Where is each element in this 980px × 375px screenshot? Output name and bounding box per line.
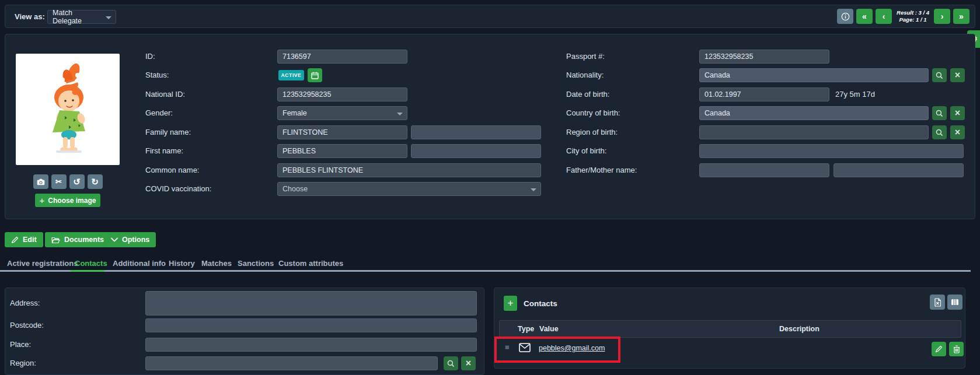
plus-icon: +	[508, 297, 514, 309]
column-header-value: Value	[539, 325, 559, 333]
tab-matches[interactable]: Matches	[201, 259, 232, 268]
dob-field[interactable]	[699, 87, 829, 101]
documents-button-label: Documents	[64, 236, 104, 244]
dob-label: Date of birth:	[566, 87, 609, 101]
family-name-label: Family name:	[145, 125, 191, 139]
rotate-right-icon: ↻	[91, 177, 99, 187]
country-of-birth-field[interactable]	[699, 106, 929, 120]
options-button[interactable]: Options	[104, 232, 156, 247]
family-name-field[interactable]	[277, 125, 407, 139]
nationality-clear-button[interactable]: ×	[950, 68, 965, 82]
common-name-field[interactable]	[277, 163, 541, 177]
id-field[interactable]	[277, 50, 407, 64]
profile-photo	[16, 54, 120, 165]
common-name-label: Common name:	[145, 163, 199, 177]
tab-active-registrations[interactable]: Active registrations	[7, 259, 78, 268]
nationality-field[interactable]	[699, 68, 929, 82]
rotate-left-icon: ↺	[73, 177, 81, 187]
address-field[interactable]	[145, 291, 477, 316]
column-header-description: Description	[779, 325, 819, 333]
age-text: 27y 5m 17d	[835, 87, 875, 101]
edit-contact-button[interactable]	[932, 342, 946, 356]
plus-icon: +	[40, 195, 45, 205]
region-lookup-button[interactable]	[444, 356, 458, 370]
info-icon	[841, 12, 850, 21]
id-label: ID:	[145, 50, 155, 64]
photo-toolbar: ✂ ↺ ↻	[16, 174, 120, 189]
tab-history[interactable]: History	[169, 259, 195, 268]
national-id-field[interactable]	[277, 87, 407, 101]
export-file-button[interactable]	[930, 295, 945, 310]
choose-image-button[interactable]: + Choose image	[35, 194, 100, 207]
search-icon	[936, 110, 943, 117]
gender-select[interactable]: Female	[277, 106, 407, 120]
pencil-icon	[935, 345, 943, 353]
father-mother-field[interactable]	[699, 163, 829, 177]
gender-label: Gender:	[145, 106, 173, 120]
national-id-label: National ID:	[145, 87, 185, 101]
country-search-button[interactable]	[932, 106, 947, 120]
add-contact-button[interactable]: +	[504, 296, 517, 311]
calendar-icon	[311, 72, 319, 79]
covid-value: Choose	[283, 185, 308, 193]
nationality-search-button[interactable]	[932, 68, 947, 82]
passport-label: Passport #:	[566, 50, 605, 64]
crop-photo-button[interactable]: ✂	[51, 174, 67, 189]
passport-field[interactable]	[699, 50, 829, 64]
scissors-icon: ✂	[55, 177, 62, 186]
first-name-field[interactable]	[277, 144, 407, 158]
address-label: Address:	[10, 296, 40, 310]
table-columns-icon	[951, 299, 959, 306]
region-of-birth-field[interactable]	[699, 125, 929, 139]
view-as-select[interactable]: Match Delegate	[47, 10, 116, 24]
table-columns-button[interactable]	[947, 295, 962, 310]
next-result-button[interactable]: ›	[934, 9, 950, 24]
options-button-label: Options	[122, 236, 149, 244]
tab-custom-attributes[interactable]: Custom attributes	[278, 259, 343, 268]
city-of-birth-label: City of birth:	[566, 144, 606, 158]
region-of-birth-label: Region of birth:	[566, 125, 618, 139]
nationality-label: Nationality:	[566, 68, 604, 82]
region-search-button[interactable]	[932, 125, 947, 139]
view-as-label: View as:	[15, 10, 45, 24]
contacts-panel-title: Contacts	[524, 299, 557, 308]
status-history-button[interactable]	[308, 68, 322, 82]
status-badge-text: ACTIVE	[281, 72, 302, 78]
region-field[interactable]	[145, 356, 438, 370]
camera-icon	[37, 178, 45, 185]
covid-select[interactable]: Choose	[277, 182, 541, 196]
tab-additional-info[interactable]: Additional info	[113, 259, 166, 268]
region-clear-lookup-button[interactable]: ×	[461, 356, 476, 370]
tab-contacts[interactable]: Contacts	[75, 259, 107, 268]
postcode-field[interactable]	[145, 318, 477, 332]
info-button[interactable]	[837, 9, 853, 24]
place-field[interactable]	[145, 338, 477, 352]
rotate-left-button[interactable]: ↺	[69, 174, 85, 189]
search-icon	[447, 360, 455, 367]
choose-image-label: Choose image	[48, 197, 96, 205]
tab-underline-active	[71, 270, 104, 272]
chevron-down-icon	[111, 237, 118, 242]
folder-open-icon	[51, 236, 60, 244]
father-mother-alt-field[interactable]	[833, 163, 964, 177]
pencil-icon	[11, 236, 19, 244]
city-of-birth-field[interactable]	[699, 144, 964, 158]
close-icon: ×	[955, 70, 960, 80]
edit-button[interactable]: Edit	[5, 232, 43, 247]
last-result-button[interactable]: »	[953, 9, 969, 24]
first-name-alt-field[interactable]	[411, 144, 541, 158]
country-clear-button[interactable]: ×	[950, 106, 965, 120]
prev-result-button[interactable]: ‹	[876, 9, 892, 24]
tab-sanctions[interactable]: Sanctions	[238, 259, 274, 268]
documents-button[interactable]: Documents	[45, 232, 110, 247]
gender-value: Female	[283, 109, 307, 117]
close-icon: ×	[466, 358, 471, 369]
first-result-button[interactable]: «	[856, 9, 873, 24]
rotate-right-button[interactable]: ↻	[88, 174, 103, 189]
family-name-alt-field[interactable]	[411, 125, 541, 139]
take-photo-button[interactable]	[33, 174, 48, 189]
father-mother-label: Father/Mother name:	[566, 163, 637, 177]
region-clear-button[interactable]: ×	[950, 125, 965, 139]
top-bar: View as: Match Delegate « ‹ Result : 3 /…	[5, 5, 975, 28]
delete-contact-button[interactable]	[949, 342, 964, 356]
